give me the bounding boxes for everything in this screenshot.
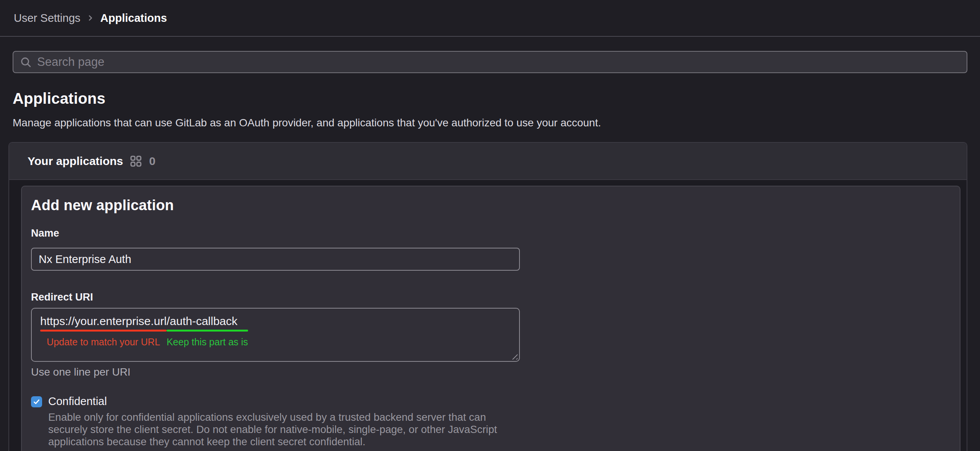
redirect-uri-value: https://your.enterprise.url/auth-callbac… (40, 314, 511, 329)
your-applications-card: Your applications 0 Add new application … (8, 142, 967, 451)
checkmark-icon (33, 398, 41, 406)
redirect-uri-label: Redirect URI (31, 291, 951, 303)
confidential-row: Confidential Enable only for confidentia… (31, 395, 951, 448)
breadcrumb-link-user-settings[interactable]: User Settings (14, 12, 80, 25)
green-underline (167, 330, 248, 332)
textarea-resize-handle[interactable] (511, 353, 518, 359)
your-applications-header: Your applications 0 (9, 143, 967, 180)
redirect-uri-annotations: https://your.enterprise.url Update to ma… (40, 330, 511, 348)
applications-count-badge: 0 (149, 155, 155, 168)
your-applications-body: Add new application Name Redirect URI ht… (9, 180, 967, 451)
breadcrumb-current-applications: Applications (100, 12, 167, 25)
your-applications-title: Your applications (28, 155, 123, 168)
add-new-application-panel: Add new application Name Redirect URI ht… (21, 186, 960, 451)
chevron-right-icon (87, 14, 94, 22)
add-new-application-title: Add new application (31, 197, 951, 214)
redirect-uri-textarea[interactable]: https://your.enterprise.url/auth-callbac… (31, 308, 520, 362)
annotation-red-text: Update to match your URL (47, 337, 160, 348)
red-underline (40, 330, 167, 332)
search-input[interactable] (37, 52, 960, 72)
redirect-uri-path-part: /auth-callback (167, 315, 237, 327)
name-label: Name (31, 227, 951, 239)
breadcrumb: User Settings Applications (14, 12, 167, 25)
search-icon (20, 56, 32, 68)
main-content: Applications Manage applications that ca… (0, 51, 980, 451)
breadcrumb-bar: User Settings Applications (0, 0, 980, 37)
confidential-help-text: Enable only for confidential application… (48, 411, 511, 448)
applications-grid-icon (130, 155, 142, 167)
annotation-green-group: /auth-callback Keep this part as is (167, 330, 248, 348)
page-description: Manage applications that can use GitLab … (13, 117, 967, 129)
redirect-uri-hint: Use one line per URI (31, 366, 951, 378)
search-page-field[interactable] (13, 51, 967, 73)
page-title: Applications (13, 90, 967, 107)
confidential-label[interactable]: Confidential (48, 395, 511, 408)
annotation-green-text: Keep this part as is (167, 337, 248, 348)
confidential-text-block: Confidential Enable only for confidentia… (48, 395, 511, 448)
redirect-uri-host-part: https://your.enterprise.url (40, 315, 167, 327)
confidential-checkbox[interactable] (31, 396, 42, 407)
annotation-red-group: https://your.enterprise.url Update to ma… (40, 330, 167, 348)
application-name-input[interactable] (31, 248, 520, 271)
